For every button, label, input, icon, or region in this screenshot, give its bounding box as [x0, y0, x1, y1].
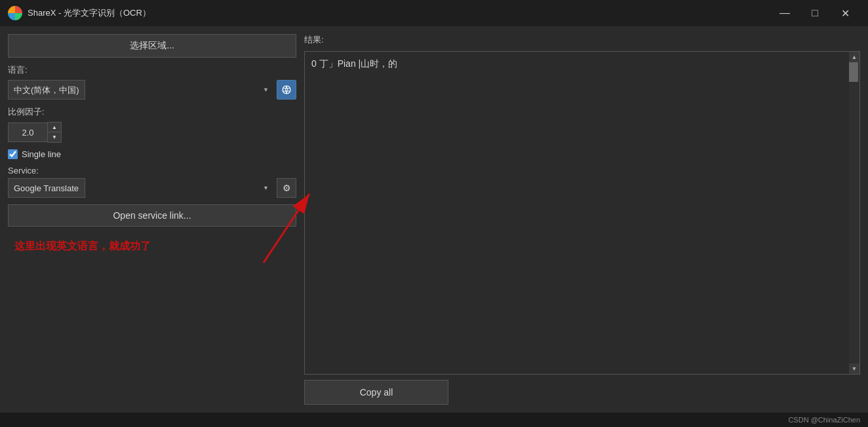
- service-row: Google Translate ⚙: [8, 178, 296, 198]
- service-dropdown[interactable]: Google Translate: [8, 178, 85, 198]
- result-textarea[interactable]: [305, 52, 849, 374]
- service-section: Service: Google Translate ⚙: [8, 166, 296, 198]
- title-bar-controls: — □ ✕: [770, 0, 860, 26]
- footer: CSDN @ChinaZiChen: [0, 413, 868, 427]
- spinner-down-button[interactable]: ▼: [48, 132, 61, 142]
- scrollbar-thumb[interactable]: [849, 62, 858, 82]
- result-area-wrapper: ▲ ▼: [304, 51, 860, 375]
- result-label: 结果:: [304, 34, 860, 46]
- single-line-label: Single line: [22, 149, 61, 159]
- language-dropdown-wrapper: 中文(简体，中国): [8, 80, 274, 100]
- annotation-text: 这里出现英文语言，就成功了: [14, 240, 151, 253]
- service-settings-button[interactable]: ⚙: [277, 178, 296, 198]
- footer-credit: CSDN @ChinaZiChen: [788, 416, 860, 424]
- scrollbar-track[interactable]: [849, 62, 859, 363]
- language-label: 语言:: [8, 64, 296, 76]
- single-line-checkbox[interactable]: [8, 149, 18, 159]
- annotation-area: 这里出现英文语言，就成功了: [8, 233, 296, 405]
- title-bar-left: ShareX - 光学文字识别（OCR）: [8, 6, 151, 20]
- spinner-up-button[interactable]: ▲: [48, 122, 61, 132]
- copy-all-button[interactable]: Copy all: [304, 380, 448, 405]
- main-window: ShareX - 光学文字识别（OCR） — □ ✕ 选择区域... 语言: 中…: [0, 0, 868, 427]
- select-area-button[interactable]: 选择区域...: [8, 34, 296, 58]
- svg-point-0: [283, 86, 290, 94]
- scale-label: 比例因子:: [8, 106, 296, 118]
- title-bar: ShareX - 光学文字识别（OCR） — □ ✕: [0, 0, 868, 26]
- right-panel: 结果: ▲ ▼ Copy all: [304, 34, 860, 405]
- scale-input[interactable]: [8, 122, 47, 142]
- language-dropdown[interactable]: 中文(简体，中国): [8, 80, 85, 100]
- maximize-button[interactable]: □: [800, 0, 830, 26]
- open-service-button[interactable]: Open service link...: [8, 204, 296, 227]
- window-title: ShareX - 光学文字识别（OCR）: [28, 7, 151, 19]
- main-content: 选择区域... 语言: 中文(简体，中国): [0, 26, 868, 413]
- spinner-buttons: ▲ ▼: [47, 122, 62, 143]
- scale-section: 比例因子: ▲ ▼: [8, 106, 296, 143]
- scrollbar: ▲ ▼: [849, 52, 859, 374]
- service-label: Service:: [8, 166, 296, 176]
- left-panel: 选择区域... 语言: 中文(简体，中国): [8, 34, 296, 405]
- scale-spinner: ▲ ▼: [8, 122, 296, 143]
- minimize-button[interactable]: —: [770, 0, 800, 26]
- close-button[interactable]: ✕: [830, 0, 860, 26]
- language-row: 中文(简体，中国): [8, 80, 296, 100]
- language-icon-button[interactable]: [277, 80, 296, 100]
- app-icon: [8, 6, 22, 20]
- single-line-row: Single line: [8, 149, 296, 159]
- scrollbar-down-button[interactable]: ▼: [849, 363, 859, 374]
- language-section: 语言: 中文(简体，中国): [8, 64, 296, 100]
- service-dropdown-wrapper: Google Translate: [8, 178, 274, 198]
- scrollbar-up-button[interactable]: ▲: [849, 52, 859, 62]
